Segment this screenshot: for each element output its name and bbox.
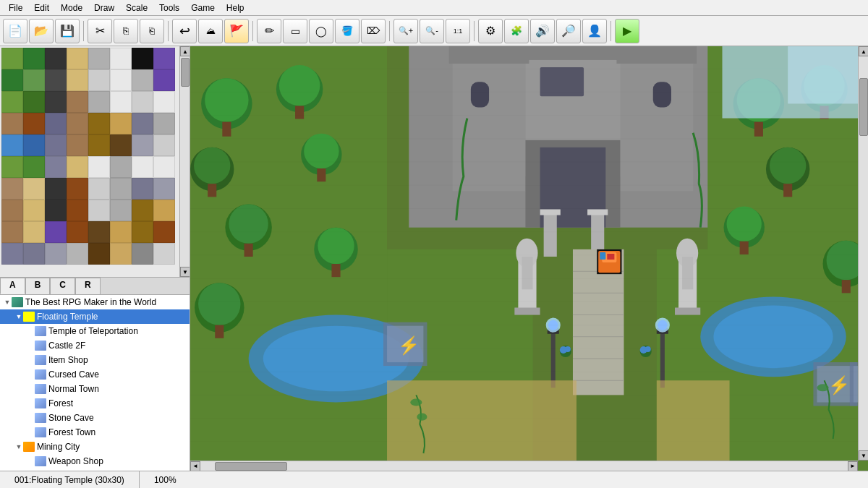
tile-cell-40[interactable]: [1, 156, 23, 178]
palette-scrollbar[interactable]: ▲ ▼: [179, 46, 190, 277]
tile-cell-59[interactable]: [67, 200, 88, 221]
tile-cell-47[interactable]: [153, 156, 175, 178]
tile-cell-43[interactable]: [67, 156, 88, 178]
tile-cell-32[interactable]: [1, 134, 23, 156]
tile-cell-68[interactable]: [88, 221, 110, 243]
tile-cell-52[interactable]: [88, 178, 110, 200]
menu-scale[interactable]: Scale: [120, 1, 153, 14]
cut-button[interactable]: ✂: [88, 19, 112, 43]
tile-cell-38[interactable]: [132, 134, 153, 156]
tile-cell-23[interactable]: [153, 91, 175, 113]
audio-button[interactable]: 🔊: [530, 19, 555, 43]
tile-cell-2[interactable]: [45, 48, 67, 69]
tile-cell-79[interactable]: [153, 243, 175, 265]
menu-mode[interactable]: Mode: [55, 1, 88, 14]
mountain-button[interactable]: ⛰: [198, 19, 223, 43]
tile-cell-44[interactable]: [88, 156, 110, 178]
flag-button[interactable]: 🚩: [224, 19, 249, 43]
tab-r[interactable]: R: [75, 278, 101, 294]
tree-item-forest[interactable]: Forest: [0, 396, 190, 411]
tile-cell-63[interactable]: [153, 200, 175, 221]
h-scroll-thumb[interactable]: [215, 462, 287, 471]
h-scroll-left-btn[interactable]: ◄: [190, 461, 200, 471]
tile-cell-24[interactable]: [1, 113, 23, 134]
v-scroll-down-btn[interactable]: ▼: [859, 450, 868, 461]
tile-cell-34[interactable]: [45, 134, 67, 156]
tile-cell-60[interactable]: [88, 200, 110, 221]
tile-palette[interactable]: ▲ ▼: [0, 46, 190, 278]
tab-b[interactable]: B: [25, 278, 51, 294]
tab-c[interactable]: C: [50, 278, 75, 294]
tile-cell-3[interactable]: [67, 48, 88, 69]
tile-cell-12[interactable]: [88, 69, 110, 91]
tile-cell-28[interactable]: [88, 113, 110, 134]
tab-a[interactable]: A: [0, 278, 25, 294]
play-button[interactable]: ▶: [615, 19, 639, 43]
tile-cell-25[interactable]: [23, 113, 45, 134]
tile-cell-55[interactable]: [153, 178, 175, 200]
tile-cell-30[interactable]: [132, 113, 153, 134]
tile-cell-36[interactable]: [88, 134, 110, 156]
tile-cell-7[interactable]: [153, 48, 175, 69]
scroll-track[interactable]: [180, 56, 190, 267]
tile-cell-64[interactable]: [1, 221, 23, 243]
tile-cell-6[interactable]: [132, 48, 153, 69]
tile-cell-71[interactable]: [153, 221, 175, 243]
v-scroll-track[interactable]: [859, 56, 868, 450]
tile-cell-17[interactable]: [23, 91, 45, 113]
tree-item-weapon-shop[interactable]: Weapon Shop: [0, 454, 190, 468]
tile-cell-39[interactable]: [153, 134, 175, 156]
tile-cell-13[interactable]: [110, 69, 132, 91]
search-button[interactable]: 🔎: [556, 19, 581, 43]
scroll-thumb[interactable]: [181, 58, 190, 87]
tile-cell-41[interactable]: [23, 156, 45, 178]
pencil-button[interactable]: ✏: [257, 19, 281, 43]
tile-cell-4[interactable]: [88, 48, 110, 69]
menu-edit[interactable]: Edit: [28, 1, 55, 14]
zoom-out-button[interactable]: 🔍-: [420, 19, 444, 43]
tile-cell-33[interactable]: [23, 134, 45, 156]
tile-cell-16[interactable]: [1, 91, 23, 113]
h-scroll-right-btn[interactable]: ►: [848, 461, 858, 471]
tile-cell-56[interactable]: [1, 200, 23, 221]
tile-cell-78[interactable]: [132, 243, 153, 265]
tree-item-forest-town[interactable]: Forest Town: [0, 425, 190, 440]
tree-item-item-shop[interactable]: Item Shop: [0, 353, 190, 367]
tree-item-temple-of-teleportation[interactable]: Temple of Teleportation: [0, 324, 190, 338]
tile-cell-11[interactable]: [67, 69, 88, 91]
tile-cell-77[interactable]: [110, 243, 132, 265]
tree-item-cursed-cave[interactable]: Cursed Cave: [0, 367, 190, 382]
circle-button[interactable]: ◯: [309, 19, 333, 43]
tile-cell-22[interactable]: [132, 91, 153, 113]
tile-cell-50[interactable]: [45, 178, 67, 200]
tile-cell-35[interactable]: [67, 134, 88, 156]
tile-cell-45[interactable]: [110, 156, 132, 178]
menu-help[interactable]: Help: [221, 1, 250, 14]
zoom-11-button[interactable]: 1:1: [446, 19, 470, 43]
v-scrollbar[interactable]: ▲ ▼: [858, 46, 868, 461]
tile-cell-54[interactable]: [132, 178, 153, 200]
tile-cell-0[interactable]: [1, 48, 23, 69]
v-scroll-thumb[interactable]: [859, 78, 868, 136]
tile-cell-48[interactable]: [1, 178, 23, 200]
bucket-button[interactable]: 🪣: [335, 19, 359, 43]
paste-button[interactable]: ⎗: [140, 19, 164, 43]
resources-button[interactable]: 🧩: [504, 19, 529, 43]
open-button[interactable]: 📂: [29, 19, 54, 43]
tree-scroll[interactable]: ▼The Best RPG Maker in the World▼Floatin…: [0, 295, 190, 471]
tile-cell-76[interactable]: [88, 243, 110, 265]
tile-cell-69[interactable]: [110, 221, 132, 243]
tile-cell-15[interactable]: [153, 69, 175, 91]
tile-cell-53[interactable]: [110, 178, 132, 200]
menu-tools[interactable]: Tools: [153, 1, 185, 14]
tile-cell-5[interactable]: [110, 48, 132, 69]
map-area[interactable]: ⚡ ⚡ ⚡: [190, 46, 868, 471]
scroll-up-btn[interactable]: ▲: [180, 46, 190, 56]
tile-cell-37[interactable]: [110, 134, 132, 156]
tile-cell-75[interactable]: [67, 243, 88, 265]
menu-file[interactable]: File: [3, 1, 28, 14]
save-button[interactable]: 💾: [55, 19, 80, 43]
scroll-down-btn[interactable]: ▼: [180, 267, 190, 277]
tree-item-mining-city[interactable]: ▼Mining City: [0, 440, 190, 454]
tile-cell-58[interactable]: [45, 200, 67, 221]
